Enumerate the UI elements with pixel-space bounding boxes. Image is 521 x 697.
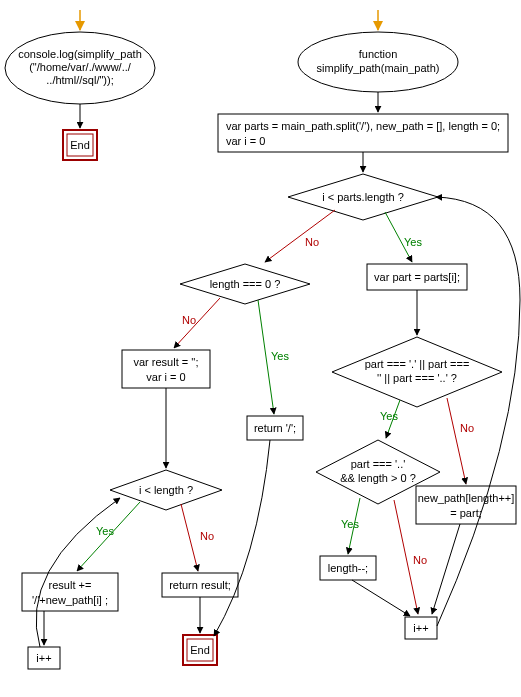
ipp-right-label: i++ (413, 622, 428, 634)
edge-lendec-ipp (352, 580, 410, 616)
svg-text:= part;: = part; (450, 507, 482, 519)
cond-dots-l2: '' || part === '..' ? (377, 372, 457, 384)
node-cond-i-len: i < length ? (110, 470, 222, 510)
edge-cond1-no (265, 210, 335, 262)
ret-slash-label: return '/'; (254, 422, 296, 434)
lbl-no-1: No (305, 236, 319, 248)
init-line1: var parts = main_path.split('/'), new_pa… (226, 120, 500, 132)
node-return-result: return result; (162, 573, 238, 597)
edge-newpath-ipp (432, 524, 460, 614)
cond-i-parts-label: i < parts.length ? (322, 191, 404, 203)
node-part: var part = parts[i]; (367, 264, 467, 290)
node-ipp-right: i++ (405, 617, 437, 639)
node-length-dec: length--; (320, 556, 376, 580)
node-ipp-left: i++ (28, 647, 60, 669)
node-result-append: result += '/'+new_path[i] ; (22, 573, 118, 611)
node-end-1: End (63, 130, 97, 160)
svg-text:part === '..': part === '..' (351, 458, 406, 470)
ipp-left-label: i++ (36, 652, 51, 664)
lbl-no-5: No (200, 530, 214, 542)
lbl-yes-1: Yes (404, 236, 422, 248)
cond-len0-label: length === 0 ? (210, 278, 281, 290)
svg-text:simplify_path(main_path): simplify_path(main_path) (317, 62, 440, 74)
flowchart-canvas: console.log(simplify_path ("/home/var/./… (0, 0, 521, 697)
cond-dots-l1: part === '.' || part === (365, 358, 470, 370)
node-newpath: new_path[length++] = part; (416, 486, 516, 524)
svg-text:console.log(simplify_path: console.log(simplify_path (18, 48, 142, 60)
lbl-no-3: No (460, 422, 474, 434)
end2-label: End (190, 644, 210, 656)
func-line2: simplify_path(main_path) (317, 62, 440, 74)
svg-text:var parts = main_path.split('/: var parts = main_path.split('/'), new_pa… (226, 120, 500, 132)
node-cond-i-parts: i < parts.length ? (288, 174, 438, 220)
newpath-l1: new_path[length++] (418, 492, 515, 504)
svg-text:function: function (359, 48, 398, 60)
node-call: console.log(simplify_path ("/home/var/./… (5, 32, 155, 104)
node-result-init: var result = ''; var i = 0 (122, 350, 210, 388)
lbl-yes-2: Yes (271, 350, 289, 362)
resapp-l2: '/'+new_path[i] ; (32, 594, 108, 606)
svg-text:("/home/var/./www/../: ("/home/var/./www/../ (29, 61, 132, 73)
cond-up-l2: && length > 0 ? (340, 472, 416, 484)
edge-len0-no (174, 298, 220, 348)
svg-text:var result = '';: var result = ''; (133, 356, 198, 368)
lbl-no-4: No (413, 554, 427, 566)
node-function: function simplify_path(main_path) (298, 32, 458, 92)
node-return-slash: return '/'; (247, 416, 303, 440)
svg-text:../html//sql/"));: ../html//sql/")); (46, 74, 113, 86)
svg-text:&& length > 0 ?: && length > 0 ? (340, 472, 416, 484)
part-label: var part = parts[i]; (374, 271, 460, 283)
call-line2: ("/home/var/./www/../ (29, 61, 132, 73)
svg-text:'' || part === '..' ?: '' || part === '..' ? (377, 372, 457, 384)
func-line1: function (359, 48, 398, 60)
lbl-yes-4: Yes (341, 518, 359, 530)
result-l2: var i = 0 (146, 371, 185, 383)
len-dec-label: length--; (328, 562, 368, 574)
edge-retslash-end (214, 440, 270, 636)
call-line1: console.log(simplify_path (18, 48, 142, 60)
edge-ilen-no (181, 504, 198, 571)
cond-up-l1: part === '..' (351, 458, 406, 470)
init-line2: var i = 0 (226, 135, 265, 147)
result-l1: var result = ''; (133, 356, 198, 368)
node-end-2: End (183, 635, 217, 665)
svg-text:'/'+new_path[i] ;: '/'+new_path[i] ; (32, 594, 108, 606)
call-line3: ../html//sql/")); (46, 74, 113, 86)
newpath-l2: = part; (450, 507, 482, 519)
svg-text:result +=: result += (49, 579, 92, 591)
cond-i-len-label: i < length ? (139, 484, 193, 496)
svg-text:var i = 0: var i = 0 (226, 135, 265, 147)
node-init: var parts = main_path.split('/'), new_pa… (218, 114, 508, 152)
ret-result-label: return result; (169, 579, 231, 591)
node-cond-dots: part === '.' || part === '' || part === … (332, 337, 502, 407)
end1-label: End (70, 139, 90, 151)
lbl-yes-3: Yes (380, 410, 398, 422)
edge-dots-no (447, 398, 466, 484)
lbl-yes-5: Yes (96, 525, 114, 537)
resapp-l1: result += (49, 579, 92, 591)
lbl-no-2: No (182, 314, 196, 326)
svg-text:new_path[length++]: new_path[length++] (418, 492, 515, 504)
svg-text:var i = 0: var i = 0 (146, 371, 185, 383)
node-cond-len0: length === 0 ? (180, 264, 310, 304)
svg-text:part === '.' || part ===: part === '.' || part === (365, 358, 470, 370)
